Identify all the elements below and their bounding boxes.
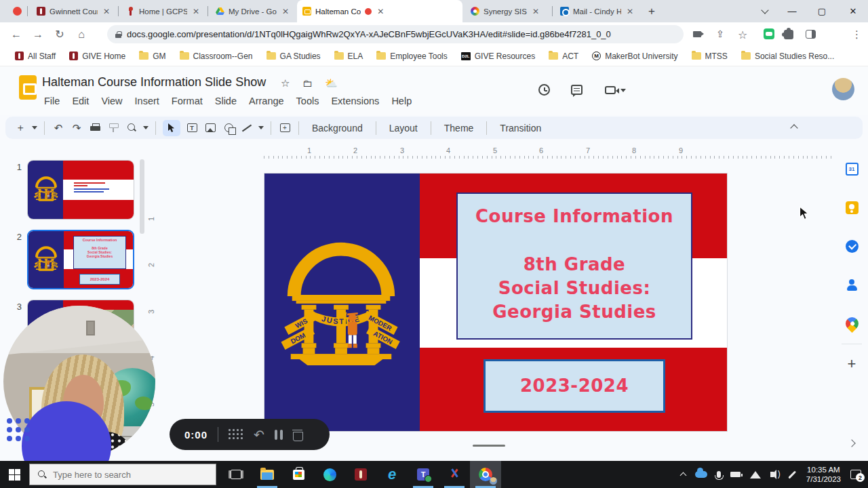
- bookmark-ela[interactable]: ELA: [329, 49, 369, 63]
- notification-center-icon[interactable]: 2: [850, 470, 861, 479]
- window-minimize-button[interactable]: —: [778, 0, 806, 22]
- home-button[interactable]: ⌂: [71, 28, 92, 41]
- account-avatar[interactable]: [832, 78, 854, 100]
- layout-button[interactable]: Layout: [383, 120, 424, 136]
- slide-thumbnail-1[interactable]: [27, 160, 134, 220]
- webcam-drag-handle-icon[interactable]: [7, 418, 33, 445]
- internet-explorer-button[interactable]: e: [376, 461, 408, 488]
- bookmark-ga-studies[interactable]: GA Studies: [261, 49, 326, 63]
- insert-shape-button[interactable]: [222, 120, 235, 136]
- menu-file[interactable]: File: [38, 94, 66, 108]
- comments-icon[interactable]: [571, 85, 583, 95]
- select-tool-button[interactable]: [163, 120, 180, 136]
- maps-icon[interactable]: [843, 314, 861, 333]
- slide-canvas[interactable]: Course Information 8th Grade Social Stud…: [264, 173, 728, 432]
- pen-icon[interactable]: [788, 470, 796, 479]
- redo-button[interactable]: ↷: [70, 120, 83, 136]
- undo-button[interactable]: ↶: [52, 120, 65, 136]
- line-chevron[interactable]: [258, 126, 264, 129]
- hide-side-panel-chevron[interactable]: [849, 436, 854, 449]
- insert-image-button[interactable]: [203, 120, 217, 136]
- document-title[interactable]: Halteman Course Information Slide Show: [42, 75, 266, 89]
- side-panel-icon[interactable]: [806, 30, 818, 42]
- bookmark-act[interactable]: ACT: [543, 49, 584, 63]
- tab-close-icon[interactable]: ✕: [531, 6, 540, 17]
- version-history-icon[interactable]: [538, 84, 550, 96]
- insert-line-button[interactable]: [240, 120, 254, 136]
- print-button[interactable]: [88, 120, 102, 136]
- meet-presentation-button[interactable]: [605, 86, 626, 94]
- delete-recording-icon[interactable]: [293, 430, 302, 440]
- task-view-button[interactable]: [220, 461, 252, 488]
- edge-button[interactable]: [314, 461, 345, 488]
- paint-format-button[interactable]: [106, 120, 120, 136]
- chrome-button-active[interactable]: [470, 461, 501, 488]
- bookmark-give-home[interactable]: GIVE Home: [64, 49, 131, 63]
- bookmark-classroom-gen[interactable]: Classroom--Gen: [174, 49, 258, 63]
- restart-recording-icon[interactable]: ↶: [254, 428, 264, 441]
- extensions-puzzle-icon[interactable]: [784, 30, 796, 42]
- slide-thumbnail-2-selected[interactable]: Course Information 8th Grade Social Stud…: [27, 230, 134, 289]
- background-button[interactable]: Background: [306, 120, 369, 136]
- browser-menu-kebab-icon[interactable]: ⋮: [852, 28, 864, 41]
- cloud-status-icon[interactable]: ⛅: [325, 77, 338, 89]
- transition-button[interactable]: Transition: [494, 120, 547, 136]
- gcps-app-button[interactable]: [345, 461, 376, 488]
- bookmark-star-icon[interactable]: ☆: [738, 28, 750, 41]
- tab-my-drive[interactable]: My Drive - Google ✕: [210, 0, 296, 22]
- tab-close-icon[interactable]: ✕: [102, 6, 111, 17]
- zoom-chevron[interactable]: [143, 126, 149, 129]
- clock[interactable]: 10:35 AM 7/31/2023: [806, 465, 841, 484]
- new-tab-button[interactable]: +: [643, 0, 663, 22]
- canvas-scroll-indicator[interactable]: [473, 445, 505, 447]
- start-button[interactable]: [9, 469, 20, 481]
- forward-button[interactable]: →: [27, 28, 49, 41]
- extension-robot-icon[interactable]: [764, 28, 776, 41]
- snipping-tool-button[interactable]: [439, 461, 470, 488]
- new-slide-button[interactable]: ＋: [14, 120, 27, 136]
- window-close-button[interactable]: ✕: [840, 0, 867, 22]
- tasks-icon[interactable]: [846, 240, 859, 253]
- pause-recording-icon[interactable]: [275, 430, 283, 440]
- calendar-icon[interactable]: 31: [846, 163, 859, 176]
- drag-handle-icon[interactable]: [229, 429, 243, 440]
- tab-close-icon[interactable]: ✕: [376, 6, 385, 17]
- taskbar-search[interactable]: [29, 464, 216, 485]
- bookmark-employee-tools[interactable]: Employee Tools: [371, 49, 453, 63]
- tab-close-icon[interactable]: ✕: [191, 6, 201, 17]
- onedrive-cloud-icon[interactable]: [695, 471, 707, 478]
- menu-tools[interactable]: Tools: [290, 94, 326, 108]
- menu-insert[interactable]: Insert: [129, 94, 165, 108]
- tab-capture-icon[interactable]: [693, 28, 705, 41]
- google-slides-logo[interactable]: [19, 75, 37, 100]
- slide-title-textbox[interactable]: Course Information 8th Grade Social Stud…: [456, 192, 692, 340]
- tab-gcps-home[interactable]: Home | GCPS Emp ✕: [121, 0, 206, 22]
- keep-icon[interactable]: [846, 201, 859, 214]
- bookmark-mtss[interactable]: MTSS: [686, 49, 733, 63]
- bookmark-social-studies[interactable]: Social Studies Reso...: [736, 49, 840, 63]
- menu-arrange[interactable]: Arrange: [243, 94, 290, 108]
- reload-button[interactable]: ↻: [49, 28, 71, 41]
- bookmark-give-resources[interactable]: D2LGIVE Resources: [456, 49, 540, 63]
- get-add-ons-button[interactable]: +: [848, 358, 856, 370]
- volume-icon[interactable]: [770, 472, 774, 477]
- filmstrip-scrollbar[interactable]: [140, 159, 144, 234]
- battery-icon[interactable]: [730, 472, 741, 477]
- tab-gwinnett-county[interactable]: Gwinnett County S ✕: [31, 0, 117, 22]
- star-document-icon[interactable]: ☆: [281, 77, 290, 89]
- address-bar[interactable]: docs.google.com/presentation/d/1NTq0lHQg…: [107, 25, 684, 43]
- tab-halteman-slides-active[interactable]: Halteman Co ✕: [297, 0, 462, 22]
- menu-extensions[interactable]: Extensions: [325, 94, 385, 108]
- file-explorer-button[interactable]: [252, 461, 283, 488]
- tab-synergy-sis[interactable]: Synergy SIS ✕: [465, 0, 551, 22]
- window-restore-button[interactable]: ▢: [808, 0, 835, 22]
- search-input[interactable]: [53, 470, 195, 480]
- wifi-icon[interactable]: [750, 471, 761, 479]
- share-page-icon[interactable]: ⇪: [716, 28, 728, 41]
- menu-edit[interactable]: Edit: [66, 94, 95, 108]
- tray-overflow-chevron[interactable]: [679, 472, 686, 479]
- school-year-textbox[interactable]: 2023-2024: [484, 359, 665, 413]
- tab-search-chevron[interactable]: [751, 0, 778, 22]
- bookmark-all-staff[interactable]: All Staff: [9, 49, 61, 63]
- tab-outlook-mail[interactable]: Mail - Cindy Halte ✕: [555, 0, 640, 22]
